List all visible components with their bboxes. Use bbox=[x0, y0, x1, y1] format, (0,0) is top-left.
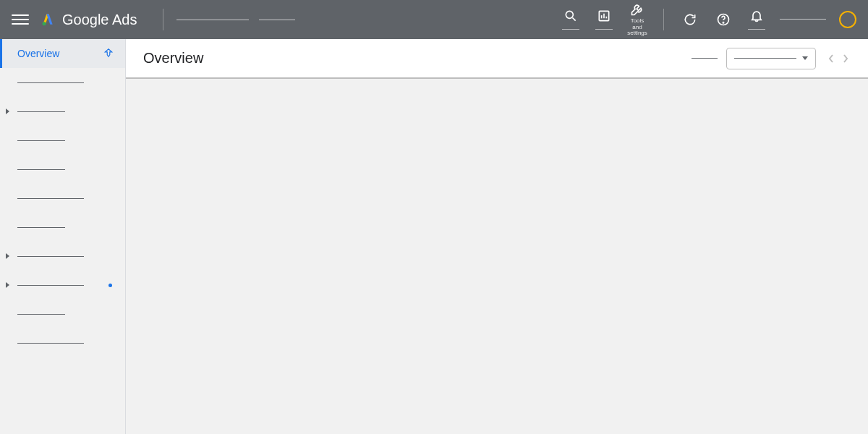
brand-name: Google Ads bbox=[62, 12, 137, 28]
tools-label: Toolsand settings bbox=[627, 18, 647, 36]
divider bbox=[163, 9, 163, 30]
sidebar-item[interactable] bbox=[0, 97, 125, 126]
sidebar-item[interactable] bbox=[0, 328, 125, 357]
sidebar-item[interactable] bbox=[0, 68, 125, 97]
sidebar-item-overview[interactable]: Overview bbox=[0, 39, 125, 68]
tools-settings-icon[interactable]: Toolsand settings bbox=[627, 2, 647, 36]
expand-caret-icon bbox=[6, 253, 9, 259]
next-period-button[interactable] bbox=[841, 53, 851, 64]
left-sidebar: Overview bbox=[0, 39, 126, 434]
refresh-icon[interactable] bbox=[680, 12, 700, 27]
sidebar-item[interactable] bbox=[0, 299, 125, 328]
svg-point-0 bbox=[43, 22, 46, 25]
search-icon[interactable] bbox=[561, 9, 581, 30]
date-range-picker[interactable] bbox=[726, 48, 816, 69]
page-title: Overview bbox=[143, 50, 203, 67]
page-header: Overview bbox=[126, 39, 868, 79]
svg-line-2 bbox=[573, 18, 576, 21]
sidebar-item[interactable] bbox=[0, 184, 125, 213]
sidebar-item[interactable] bbox=[0, 126, 125, 155]
expand-caret-icon bbox=[6, 109, 9, 114]
sidebar-item[interactable] bbox=[0, 242, 125, 271]
prev-period-button[interactable] bbox=[826, 53, 836, 64]
svg-point-8 bbox=[723, 22, 723, 22]
date-pager bbox=[826, 53, 851, 64]
pin-icon bbox=[103, 48, 114, 60]
profile-avatar[interactable] bbox=[839, 11, 856, 28]
ads-logo-icon bbox=[41, 12, 55, 27]
divider bbox=[663, 9, 664, 30]
notifications-icon[interactable] bbox=[746, 9, 767, 30]
expand-caret-icon bbox=[6, 282, 9, 288]
account-label[interactable] bbox=[780, 19, 826, 20]
help-icon[interactable] bbox=[713, 12, 733, 27]
top-header: Google Ads Toolsand settings bbox=[0, 0, 868, 39]
main-content: Overview bbox=[126, 39, 868, 434]
sidebar-item-label: Overview bbox=[17, 48, 59, 59]
sidebar-item[interactable] bbox=[0, 271, 125, 299]
status-indicator bbox=[692, 58, 718, 59]
notification-dot bbox=[109, 284, 112, 287]
header-actions: Toolsand settings bbox=[561, 2, 856, 36]
svg-point-1 bbox=[566, 12, 573, 19]
brand-logo[interactable]: Google Ads bbox=[41, 12, 137, 28]
sidebar-item[interactable] bbox=[0, 213, 125, 242]
account-breadcrumb[interactable] bbox=[176, 20, 295, 20]
hamburger-menu-icon[interactable] bbox=[12, 11, 29, 28]
sidebar-item[interactable] bbox=[0, 155, 125, 184]
reports-icon[interactable] bbox=[594, 9, 614, 30]
dropdown-caret-icon bbox=[802, 56, 808, 60]
